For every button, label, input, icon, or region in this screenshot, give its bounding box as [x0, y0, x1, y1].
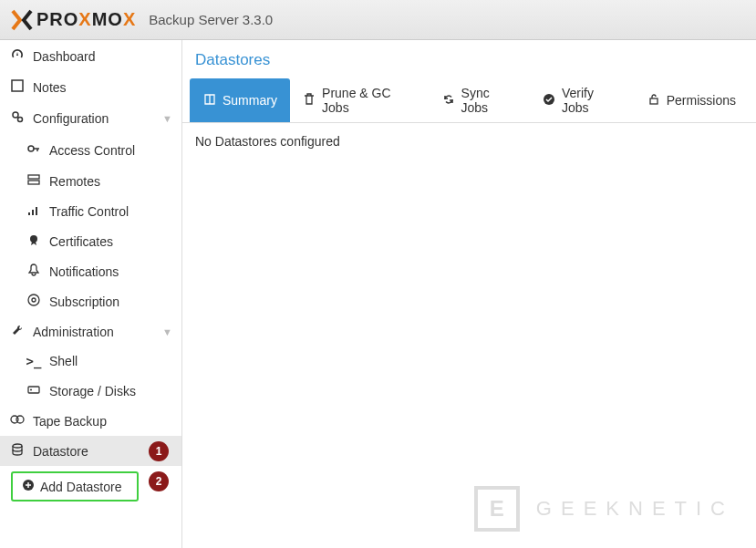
plus-circle-icon: [22, 479, 35, 494]
annotation-badge-2: 2: [149, 471, 169, 491]
tab-label: Prune & GC Jobs: [322, 86, 416, 115]
certificate-icon: [26, 233, 42, 249]
nav-notifications[interactable]: Notifications: [0, 256, 181, 286]
tape-icon: [9, 413, 26, 429]
gauge-icon: [9, 47, 26, 65]
svg-rect-7: [32, 210, 34, 215]
annotation-badge-1: 1: [149, 441, 169, 461]
nav-label: Dashboard: [33, 49, 96, 64]
svg-rect-8: [36, 207, 37, 215]
server-icon: [26, 173, 42, 189]
hdd-icon: [26, 383, 42, 398]
nav-shell[interactable]: >_ Shell: [0, 346, 181, 376]
nav-dashboard[interactable]: Dashboard: [0, 40, 181, 72]
tab-prune[interactable]: Prune & GC Jobs: [290, 78, 429, 122]
nav-label: Notifications: [49, 264, 119, 279]
trash-icon: [303, 93, 316, 109]
nav-access-control[interactable]: Access Control: [0, 134, 181, 166]
svg-rect-4: [28, 175, 39, 179]
logo: PROXMOX: [11, 9, 136, 31]
nav-storage-disks[interactable]: Storage / Disks: [0, 376, 181, 406]
svg-point-2: [18, 118, 23, 122]
tab-verify[interactable]: Verify Jobs: [530, 78, 634, 122]
add-datastore-button[interactable]: Add Datastore: [11, 471, 139, 501]
note-icon: [9, 79, 26, 95]
svg-point-13: [30, 389, 32, 391]
logo-text: PROXMOX: [36, 9, 136, 30]
nav-datastore[interactable]: Datastore 1: [0, 436, 181, 466]
nav-traffic-control[interactable]: Traffic Control: [0, 196, 181, 226]
nav-label: Certificates: [49, 234, 113, 249]
signal-icon: [26, 203, 42, 219]
refresh-icon: [441, 93, 455, 109]
tab-label: Summary: [223, 93, 277, 108]
book-icon: [202, 93, 217, 109]
tab-label: Verify Jobs: [562, 86, 621, 115]
header: PROXMOX Backup Server 3.3.0: [0, 0, 756, 40]
bell-icon: [26, 264, 42, 279]
nav-administration[interactable]: Administration ▼: [0, 316, 181, 346]
key-icon: [26, 141, 42, 159]
tab-summary[interactable]: Summary: [190, 78, 290, 122]
nav-notes[interactable]: Notes: [0, 72, 181, 102]
svg-point-10: [28, 295, 39, 305]
logo-icon: [11, 9, 33, 31]
chevron-down-icon: ▼: [162, 113, 172, 124]
content-title: Datastores: [182, 40, 756, 78]
chevron-down-icon: ▼: [162, 326, 172, 337]
svg-rect-0: [12, 80, 23, 91]
nav-label: Configuration: [33, 111, 109, 126]
nav-label: Tape Backup: [33, 414, 107, 429]
nav-label: Subscription: [49, 295, 119, 309]
tab-permissions[interactable]: Permissions: [634, 78, 749, 122]
header-title: Backup Server 3.3.0: [149, 12, 273, 27]
nav-label: Access Control: [49, 143, 135, 158]
svg-rect-12: [28, 387, 39, 393]
svg-rect-19: [650, 98, 658, 104]
svg-point-11: [32, 298, 36, 302]
tab-label: Permissions: [667, 93, 736, 108]
wrench-icon: [9, 324, 26, 339]
nav-label: Datastore: [33, 444, 88, 459]
button-label: Add Datastore: [40, 480, 122, 494]
nav-certificates[interactable]: Certificates: [0, 226, 181, 256]
svg-point-15: [16, 416, 24, 423]
support-icon: [26, 294, 42, 309]
nav-subscription[interactable]: Subscription: [0, 286, 181, 316]
tab-sync[interactable]: Sync Jobs: [429, 78, 529, 122]
content-body: No Datastores configured: [182, 123, 756, 160]
watermark: E GEEKNETIC: [474, 486, 734, 532]
svg-rect-6: [28, 212, 30, 215]
unlock-icon: [647, 93, 661, 109]
sidebar: Dashboard Notes Configuration ▼ Access C…: [0, 40, 182, 548]
nav-label: Shell: [49, 354, 78, 368]
terminal-icon: >_: [26, 354, 42, 368]
tabs: Summary Prune & GC Jobs Sync Jobs Verify…: [182, 78, 756, 123]
nav-configuration[interactable]: Configuration ▼: [0, 102, 181, 134]
svg-point-3: [28, 146, 34, 151]
tab-label: Sync Jobs: [461, 86, 517, 115]
nav-label: Storage / Disks: [49, 384, 136, 398]
content: Datastores Summary Prune & GC Jobs Sync …: [182, 40, 756, 548]
nav-tape-backup[interactable]: Tape Backup: [0, 406, 181, 436]
check-circle-icon: [543, 93, 556, 109]
svg-point-16: [13, 444, 22, 448]
nav-remotes[interactable]: Remotes: [0, 166, 181, 196]
svg-point-1: [13, 112, 18, 118]
nav-label: Traffic Control: [49, 204, 129, 219]
nav-label: Notes: [33, 80, 67, 95]
nav-label: Remotes: [49, 174, 100, 189]
svg-point-9: [30, 235, 37, 243]
gears-icon: [9, 109, 26, 127]
database-icon: [9, 443, 26, 459]
watermark-text: GEEKNETIC: [536, 497, 734, 521]
empty-message: No Datastores configured: [195, 134, 340, 149]
svg-rect-5: [28, 181, 39, 184]
watermark-logo: E: [474, 486, 520, 532]
nav-label: Administration: [33, 325, 114, 339]
